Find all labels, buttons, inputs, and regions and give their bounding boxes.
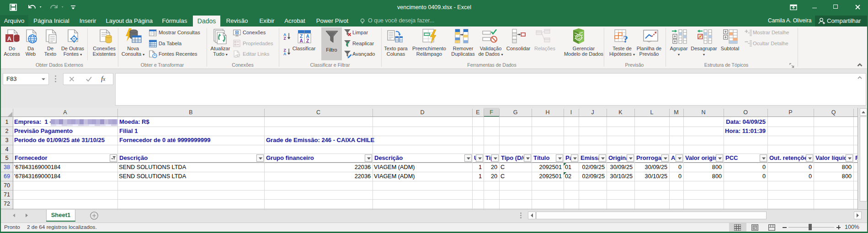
svg-text:Z: Z bbox=[283, 36, 286, 40]
svg-text:Z: Z bbox=[306, 38, 309, 43]
svg-text:A: A bbox=[7, 35, 12, 42]
svg-text:?: ? bbox=[623, 33, 628, 44]
svg-text:A: A bbox=[299, 38, 303, 43]
svg-text:A: A bbox=[283, 52, 286, 56]
